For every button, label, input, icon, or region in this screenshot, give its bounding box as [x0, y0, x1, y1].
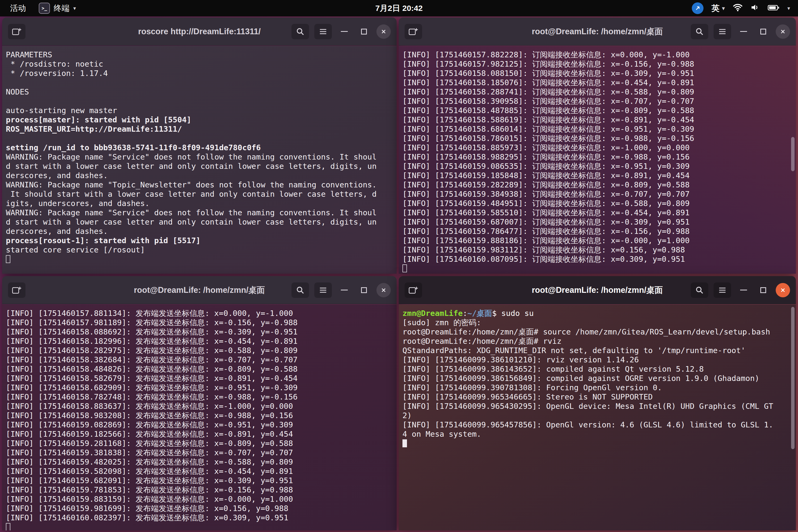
maximize-button[interactable]: [357, 283, 371, 297]
close-button[interactable]: [776, 283, 790, 297]
terminal-line: [INFO] [1751460158.288741]: 订阅端接收坐标信息: x…: [402, 87, 792, 97]
terminal-output[interactable]: zmn@DreamLife:~/桌面$ sudo su[sudo] zmn 的密…: [399, 304, 796, 530]
terminal-output[interactable]: [INFO] [1751460157.881134]: 发布端发送坐标信息: x…: [2, 304, 397, 530]
close-button[interactable]: [376, 283, 391, 297]
terminal-line: [INFO] [1751460159.983112]: 订阅端接收坐标信息: x…: [402, 245, 792, 254]
terminal-line: [6, 134, 393, 143]
window-rviz-shell: root@DreamLife: /home/zmn/桌面 zm: [399, 276, 796, 530]
hamburger-icon: [718, 28, 726, 35]
app-menu-label: 终端: [54, 3, 70, 14]
terminal-line: [INFO] [1751460158.185076]: 订阅端接收坐标信息: x…: [402, 78, 792, 87]
terminal-line: [INFO] [1751460159.182566]: 发布端发送坐标信息: x…: [6, 430, 393, 439]
terminal-line: [INFO] [1751460158.682909]: 发布端发送坐标信息: x…: [6, 383, 393, 392]
minimize-button[interactable]: [337, 24, 352, 39]
terminal-line: [INFO] [1751460158.487885]: 订阅端接收坐标信息: x…: [402, 106, 792, 115]
window-titlebar[interactable]: root@DreamLife: /home/zmn/桌面: [399, 18, 796, 46]
close-button[interactable]: [376, 24, 391, 39]
terminal-line: root@DreamLife:/home/zmn/桌面# source /hom…: [402, 327, 792, 337]
terminal-line: [INFO] [1751460158.282975]: 发布端发送坐标信息: x…: [6, 346, 393, 355]
tray-app-icon[interactable]: [692, 2, 703, 14]
terminal-line: WARNING: Package name "Service" does not…: [6, 208, 393, 217]
chevron-down-icon: ▾: [722, 5, 725, 12]
battery-icon[interactable]: [768, 4, 779, 13]
minimize-button[interactable]: [736, 24, 751, 39]
terminal-line: [INFO] [1751460157.882228]: 订阅端接收坐标信息: x…: [402, 50, 792, 59]
new-tab-button[interactable]: [404, 24, 422, 39]
terminal-line: NODES: [6, 87, 393, 97]
activities-button[interactable]: 活动: [8, 2, 28, 14]
terminal-line: [INFO] [1751460159.786477]: 订阅端接收坐标信息: x…: [402, 227, 792, 236]
terminal-line: [INFO] [1751460159.682091]: 发布端发送坐标信息: x…: [6, 476, 393, 485]
terminal-line: [INFO] [1751460099.965457856]: OpenGl ve…: [402, 420, 792, 430]
terminal-output[interactable]: PARAMETERS * /rosdistro: noetic * /rosve…: [2, 46, 397, 274]
terminal-line: [INFO] [1751460099.386143652]: compiled …: [402, 364, 792, 374]
scrollbar-thumb[interactable]: [791, 307, 795, 449]
scrollbar[interactable]: [790, 46, 796, 274]
window-roscore: roscore http://DreamLife:11311/: [2, 18, 397, 274]
scrollbar[interactable]: [790, 304, 796, 530]
menu-button[interactable]: [314, 24, 332, 39]
terminal-line: [INFO] [1751460158.088692]: 发布端发送坐标信息: x…: [6, 327, 393, 337]
new-tab-icon: [408, 27, 418, 36]
menu-button[interactable]: [314, 283, 332, 298]
terminal-line: [6, 97, 393, 106]
terminal-app-icon: >_: [39, 3, 50, 14]
terminal-line: [INFO] [1751460160.082397]: 发布端发送坐标信息: x…: [6, 513, 393, 522]
new-tab-button[interactable]: [8, 283, 25, 298]
search-button[interactable]: [291, 283, 309, 298]
volume-icon[interactable]: [751, 4, 760, 13]
scrollbar-thumb[interactable]: [791, 137, 795, 171]
maximize-button[interactable]: [357, 24, 371, 39]
terminal-line: WARNING: Package name "Service" does not…: [6, 152, 393, 162]
app-menu[interactable]: >_ 终端 ▾: [39, 3, 76, 14]
hamburger-icon: [718, 287, 726, 293]
terminal-line: [INFO] [1751460159.282289]: 订阅端接收坐标信息: x…: [402, 180, 792, 190]
search-button[interactable]: [691, 24, 708, 39]
new-tab-button[interactable]: [8, 24, 25, 39]
menu-button[interactable]: [714, 283, 731, 298]
menu-button[interactable]: [714, 24, 731, 39]
new-tab-button[interactable]: [404, 283, 422, 298]
wifi-icon[interactable]: [733, 3, 743, 13]
terminal-line: igits, underscores, and dashes.: [6, 199, 393, 208]
terminal-line: [INFO] [1751460159.185848]: 订阅端接收坐标信息: x…: [402, 171, 792, 180]
chevron-down-icon[interactable]: ▾: [787, 5, 790, 12]
maximize-button[interactable]: [756, 24, 771, 39]
input-method-indicator[interactable]: 英 ▾: [711, 3, 725, 14]
clock[interactable]: 7月2日 20:42: [375, 3, 423, 14]
minimize-button[interactable]: [337, 283, 352, 297]
terminal-line: [INFO] [1751460159.086535]: 订阅端接收坐标信息: x…: [402, 162, 792, 171]
terminal-line: PARAMETERS: [6, 50, 393, 59]
terminal-output[interactable]: [INFO] [1751460157.882228]: 订阅端接收坐标信息: x…: [399, 46, 796, 274]
terminal-line: [INFO] [1751460158.088150]: 订阅端接收坐标信息: x…: [402, 69, 792, 78]
terminal-line: [402, 264, 792, 273]
top-bar-right: 英 ▾ ▾: [692, 2, 798, 14]
search-button[interactable]: [691, 283, 708, 298]
terminal-cursor: [402, 439, 407, 447]
terminal-line: * /rosdistro: noetic: [6, 59, 393, 69]
terminal-line: [INFO] [1751460158.382684]: 发布端发送坐标信息: x…: [6, 355, 393, 364]
window-title: roscore http://DreamLife:11311/: [138, 27, 261, 36]
terminal-line: derscores, and dashes.: [6, 227, 393, 236]
close-button[interactable]: [776, 24, 790, 39]
chevron-down-icon: ▾: [73, 5, 76, 12]
terminal-cursor: [6, 255, 11, 263]
minimize-button[interactable]: [736, 283, 751, 297]
terminal-line: [INFO] [1751460159.381838]: 发布端发送坐标信息: x…: [6, 448, 393, 457]
window-titlebar[interactable]: root@DreamLife: /home/zmn/桌面: [399, 276, 796, 304]
window-title: root@DreamLife: /home/zmn/桌面: [532, 285, 663, 296]
search-icon: [296, 286, 304, 294]
terminal-line: [INFO] [1751460099.965430295]: OpenGL de…: [402, 402, 792, 411]
terminal-line: [INFO] [1751460159.888186]: 订阅端接收坐标信息: x…: [402, 236, 792, 245]
terminal-line: [sudo] zmn 的密码:: [402, 318, 792, 327]
terminal-line: [INFO] [1751460158.983208]: 发布端发送坐标信息: x…: [6, 411, 393, 420]
terminal-line: [INFO] [1751460158.588619]: 订阅端接收坐标信息: x…: [402, 115, 792, 125]
maximize-button[interactable]: [756, 283, 771, 297]
window-titlebar[interactable]: roscore http://DreamLife:11311/: [2, 18, 397, 46]
terminal-line: [INFO] [1751460099.390781308]: Forcing O…: [402, 383, 792, 392]
terminal-line: [INFO] [1751460159.981699]: 发布端发送坐标信息: x…: [6, 504, 393, 513]
search-button[interactable]: [291, 24, 309, 39]
window-titlebar[interactable]: root@DreamLife: /home/zmn/桌面: [2, 276, 397, 304]
terminal-line: [INFO] [1751460159.687007]: 订阅端接收坐标信息: x…: [402, 217, 792, 227]
terminal-line: [INFO] [1751460159.585510]: 订阅端接收坐标信息: x…: [402, 208, 792, 217]
